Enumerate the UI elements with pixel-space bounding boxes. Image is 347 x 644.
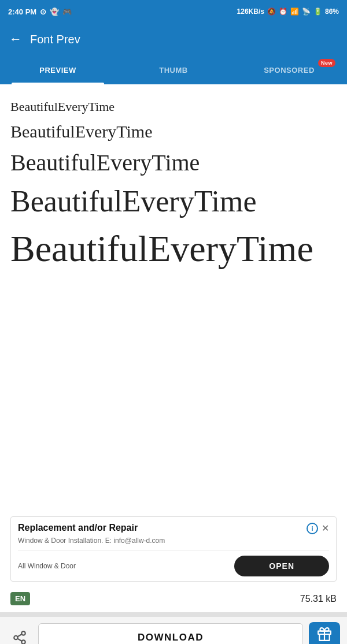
ad-close-icon[interactable]: ✕	[322, 524, 329, 533]
svg-line-4	[17, 634, 21, 636]
bottom-meta: EN 75.31 kB	[0, 587, 347, 612]
tab-sponsored[interactable]: SPONSORED New	[231, 55, 347, 84]
ad-footer: All Window & Door OPEN	[18, 550, 329, 581]
tab-thumb[interactable]: THUMB	[116, 55, 231, 84]
font-preview-line-4: BeautifulEveryTime	[10, 180, 337, 223]
ad-icons: i ✕	[307, 523, 329, 534]
network-speed: 126KB/s	[237, 8, 264, 16]
font-preview-line-2: BeautifulEveryTime	[10, 118, 337, 146]
gift-icon	[317, 627, 332, 642]
status-bar: 2:40 PM ⊙ 👻 🎮 126KB/s 🔕 ⏰ 📶 📡 🔋 86%	[0, 0, 347, 23]
signal-icon: 📶	[290, 8, 299, 16]
ad-section: Replacement and/or Repair i ✕ Window & D…	[0, 512, 347, 587]
battery-icon: 🔋	[313, 8, 322, 16]
action-bar: DOWNLOAD AD	[0, 617, 347, 644]
tab-bar: PREVIEW THUMB SPONSORED New	[0, 55, 347, 84]
app-bar: ← Font Prev	[0, 23, 347, 55]
ad-box: Replacement and/or Repair i ✕ Window & D…	[10, 516, 337, 582]
status-left: 2:40 PM ⊙ 👻 🎮	[8, 8, 72, 16]
ad-info-icon[interactable]: i	[307, 523, 318, 534]
snapchat-icon: 👻	[50, 8, 59, 16]
wifi-icon: 📡	[302, 8, 311, 16]
file-size: 75.31 kB	[300, 594, 337, 604]
alarm-icon: ⏰	[279, 8, 287, 16]
battery-percent: 86%	[325, 8, 339, 16]
share-icon	[12, 630, 27, 644]
ad-top-row: Replacement and/or Repair i ✕	[18, 523, 329, 534]
share-button[interactable]	[7, 625, 32, 644]
ad-company: All Window & Door	[18, 562, 76, 570]
separator	[0, 612, 347, 617]
font-preview-line-3: BeautifulEveryTime	[10, 146, 337, 180]
gift-button[interactable]: AD	[309, 622, 340, 644]
font-preview-area: BeautifulEveryTime BeautifulEveryTime Be…	[0, 84, 347, 512]
status-right: 126KB/s 🔕 ⏰ 📶 📡 🔋 86%	[237, 8, 339, 16]
status-time: 2:40 PM	[8, 8, 36, 16]
download-button[interactable]: DOWNLOAD	[38, 623, 303, 644]
language-badge: EN	[10, 592, 30, 605]
back-button[interactable]: ←	[9, 32, 22, 47]
ad-open-button[interactable]: OPEN	[234, 556, 329, 576]
app-title: Font Prev	[30, 33, 80, 46]
svg-line-3	[17, 639, 21, 641]
mute-icon: 🔕	[267, 8, 276, 16]
font-preview-line-5: BeautifulEveryTime	[10, 224, 337, 275]
new-badge: New	[318, 59, 335, 67]
font-preview-line-1: BeautifulEveryTime	[10, 96, 337, 118]
app-icon: 🎮	[62, 8, 72, 16]
whatsapp-icon: ⊙	[40, 8, 46, 16]
tab-preview[interactable]: PREVIEW	[0, 55, 116, 84]
ad-subtitle: Window & Door Installation. E: info@allw…	[18, 537, 329, 545]
ad-title: Replacement and/or Repair	[18, 523, 138, 533]
